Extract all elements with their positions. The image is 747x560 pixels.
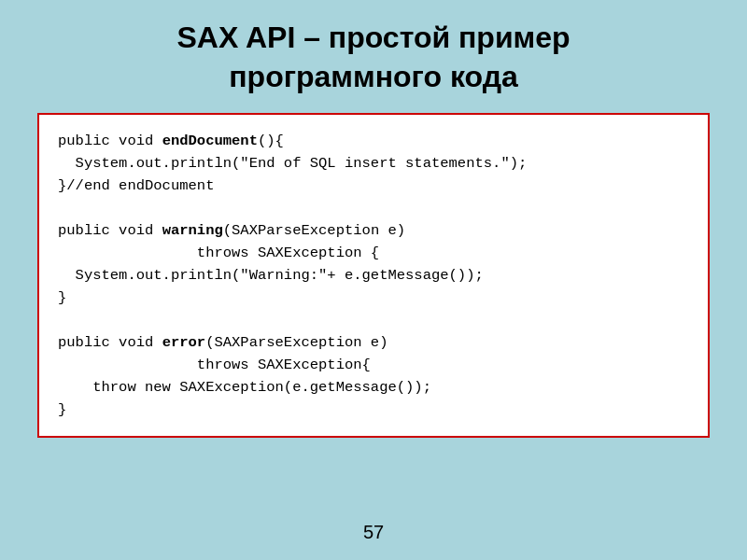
code-line-10: public void error(SAXParseException e) — [58, 331, 689, 354]
code-line-8: } — [58, 287, 689, 309]
code-block: public void endDocument(){ System.out.pr… — [37, 113, 710, 438]
title-line2: программного кода — [229, 60, 517, 93]
code-line-1: public void endDocument(){ — [58, 130, 689, 152]
title-area: SAX API – простой пример программного ко… — [47, 19, 700, 96]
page-number: 57 — [363, 522, 384, 543]
code-line-4 — [58, 197, 689, 219]
code-line-7: System.out.println("Warning:"+ e.getMess… — [58, 264, 689, 287]
code-line-3: }//end endDocument — [58, 175, 689, 197]
code-line-13: } — [58, 399, 689, 421]
code-line-11: throws SAXException{ — [58, 354, 689, 376]
code-line-2: System.out.println("End of SQL insert st… — [58, 152, 689, 175]
title-line1: SAX API – простой пример — [176, 21, 570, 54]
code-line-6: throws SAXException { — [58, 242, 689, 264]
code-line-12: throw new SAXException(e.getMessage()); — [58, 376, 689, 399]
code-line-9 — [58, 309, 689, 331]
page-title: SAX API – простой пример программного ко… — [47, 19, 700, 96]
code-line-5: public void warning(SAXParseException e) — [58, 219, 689, 242]
